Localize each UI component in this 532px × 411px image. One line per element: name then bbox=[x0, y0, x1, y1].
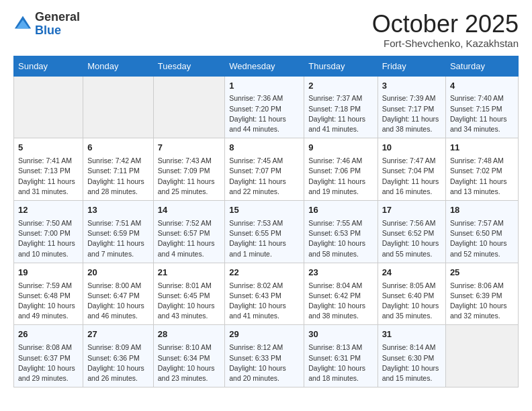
day-info: Sunrise: 8:02 AMSunset: 6:43 PMDaylight:… bbox=[229, 281, 300, 322]
day-info: Sunrise: 7:36 AMSunset: 7:20 PMDaylight:… bbox=[229, 93, 300, 134]
calendar-cell: 6Sunrise: 7:42 AMSunset: 7:11 PMDaylight… bbox=[83, 138, 154, 201]
day-number: 29 bbox=[229, 328, 300, 341]
calendar-cell: 14Sunrise: 7:52 AMSunset: 6:57 PMDayligh… bbox=[153, 201, 224, 263]
day-info: Sunrise: 7:56 AMSunset: 6:52 PMDaylight:… bbox=[382, 218, 441, 259]
logo: General Blue bbox=[13, 11, 80, 38]
day-number: 1 bbox=[229, 80, 300, 93]
calendar-cell: 19Sunrise: 7:59 AMSunset: 6:48 PMDayligh… bbox=[14, 263, 83, 325]
month-title: October 2025 bbox=[372, 11, 519, 38]
calendar-cell: 17Sunrise: 7:56 AMSunset: 6:52 PMDayligh… bbox=[378, 201, 445, 263]
day-number: 22 bbox=[229, 267, 300, 279]
day-info: Sunrise: 7:39 AMSunset: 7:17 PMDaylight:… bbox=[382, 93, 441, 134]
calendar-cell: 27Sunrise: 8:09 AMSunset: 6:36 PMDayligh… bbox=[83, 325, 154, 387]
day-number: 31 bbox=[382, 328, 441, 341]
day-info: Sunrise: 7:40 AMSunset: 7:15 PMDaylight:… bbox=[450, 93, 514, 134]
calendar-cell: 3Sunrise: 7:39 AMSunset: 7:17 PMDaylight… bbox=[378, 76, 445, 138]
calendar-cell bbox=[14, 76, 83, 138]
calendar-cell bbox=[83, 76, 154, 138]
col-header-saturday: Saturday bbox=[445, 56, 518, 76]
day-info: Sunrise: 8:00 AMSunset: 6:47 PMDaylight:… bbox=[87, 281, 149, 322]
calendar-header-row: SundayMondayTuesdayWednesdayThursdayFrid… bbox=[14, 56, 519, 76]
week-row-1: 1Sunrise: 7:36 AMSunset: 7:20 PMDaylight… bbox=[14, 76, 519, 138]
calendar-cell: 7Sunrise: 7:43 AMSunset: 7:09 PMDaylight… bbox=[153, 138, 224, 201]
calendar-cell: 4Sunrise: 7:40 AMSunset: 7:15 PMDaylight… bbox=[445, 76, 518, 138]
day-info: Sunrise: 7:43 AMSunset: 7:09 PMDaylight:… bbox=[158, 156, 220, 197]
calendar-cell: 31Sunrise: 8:14 AMSunset: 6:30 PMDayligh… bbox=[378, 325, 445, 387]
day-number: 10 bbox=[382, 142, 441, 154]
day-info: Sunrise: 8:14 AMSunset: 6:30 PMDaylight:… bbox=[382, 342, 441, 383]
day-info: Sunrise: 7:51 AMSunset: 6:59 PMDaylight:… bbox=[87, 218, 149, 259]
day-info: Sunrise: 8:09 AMSunset: 6:36 PMDaylight:… bbox=[87, 342, 149, 383]
title-block: October 2025 Fort-Shevchenko, Kazakhstan bbox=[372, 11, 519, 49]
col-header-friday: Friday bbox=[378, 56, 445, 76]
logo-blue-text: Blue bbox=[35, 24, 61, 37]
day-number: 20 bbox=[87, 267, 149, 279]
day-number: 9 bbox=[308, 142, 373, 154]
calendar-cell: 9Sunrise: 7:46 AMSunset: 7:06 PMDaylight… bbox=[304, 138, 378, 201]
week-row-3: 12Sunrise: 7:50 AMSunset: 7:00 PMDayligh… bbox=[14, 201, 519, 263]
day-number: 6 bbox=[87, 142, 149, 154]
day-info: Sunrise: 7:45 AMSunset: 7:07 PMDaylight:… bbox=[229, 156, 300, 197]
col-header-tuesday: Tuesday bbox=[153, 56, 224, 76]
logo-icon bbox=[13, 15, 32, 34]
day-info: Sunrise: 8:04 AMSunset: 6:42 PMDaylight:… bbox=[308, 281, 373, 322]
calendar-cell: 11Sunrise: 7:48 AMSunset: 7:02 PMDayligh… bbox=[445, 138, 518, 201]
calendar-cell: 23Sunrise: 8:04 AMSunset: 6:42 PMDayligh… bbox=[304, 263, 378, 325]
day-number: 5 bbox=[18, 142, 79, 154]
logo-general-text: General bbox=[35, 10, 80, 24]
day-info: Sunrise: 7:41 AMSunset: 7:13 PMDaylight:… bbox=[18, 156, 79, 197]
day-number: 2 bbox=[308, 80, 373, 93]
day-info: Sunrise: 7:42 AMSunset: 7:11 PMDaylight:… bbox=[87, 156, 149, 197]
day-number: 4 bbox=[450, 80, 514, 93]
day-number: 24 bbox=[382, 267, 441, 279]
day-info: Sunrise: 7:37 AMSunset: 7:18 PMDaylight:… bbox=[308, 93, 373, 134]
day-info: Sunrise: 8:05 AMSunset: 6:40 PMDaylight:… bbox=[382, 281, 441, 322]
calendar-cell: 15Sunrise: 7:53 AMSunset: 6:55 PMDayligh… bbox=[225, 201, 304, 263]
col-header-sunday: Sunday bbox=[14, 56, 83, 76]
week-row-4: 19Sunrise: 7:59 AMSunset: 6:48 PMDayligh… bbox=[14, 263, 519, 325]
day-info: Sunrise: 7:59 AMSunset: 6:48 PMDaylight:… bbox=[18, 281, 79, 322]
calendar-cell: 24Sunrise: 8:05 AMSunset: 6:40 PMDayligh… bbox=[378, 263, 445, 325]
calendar-cell: 5Sunrise: 7:41 AMSunset: 7:13 PMDaylight… bbox=[14, 138, 83, 201]
day-number: 3 bbox=[382, 80, 441, 93]
day-info: Sunrise: 7:57 AMSunset: 6:50 PMDaylight:… bbox=[450, 218, 514, 259]
day-number: 25 bbox=[450, 267, 514, 279]
day-info: Sunrise: 7:46 AMSunset: 7:06 PMDaylight:… bbox=[308, 156, 373, 197]
day-number: 19 bbox=[18, 267, 79, 279]
calendar-cell bbox=[153, 76, 224, 138]
day-info: Sunrise: 7:53 AMSunset: 6:55 PMDaylight:… bbox=[229, 218, 300, 259]
day-info: Sunrise: 8:06 AMSunset: 6:39 PMDaylight:… bbox=[450, 281, 514, 322]
day-number: 17 bbox=[382, 204, 441, 217]
calendar-cell: 13Sunrise: 7:51 AMSunset: 6:59 PMDayligh… bbox=[83, 201, 154, 263]
day-number: 15 bbox=[229, 204, 300, 217]
calendar-cell: 18Sunrise: 7:57 AMSunset: 6:50 PMDayligh… bbox=[445, 201, 518, 263]
day-info: Sunrise: 8:08 AMSunset: 6:37 PMDaylight:… bbox=[18, 342, 79, 383]
day-number: 12 bbox=[18, 204, 79, 217]
col-header-monday: Monday bbox=[83, 56, 154, 76]
day-number: 30 bbox=[308, 328, 373, 341]
calendar-cell: 10Sunrise: 7:47 AMSunset: 7:04 PMDayligh… bbox=[378, 138, 445, 201]
location-subtitle: Fort-Shevchenko, Kazakhstan bbox=[372, 38, 519, 49]
calendar-cell: 16Sunrise: 7:55 AMSunset: 6:53 PMDayligh… bbox=[304, 201, 378, 263]
day-info: Sunrise: 8:01 AMSunset: 6:45 PMDaylight:… bbox=[158, 281, 220, 322]
day-info: Sunrise: 7:47 AMSunset: 7:04 PMDaylight:… bbox=[382, 156, 441, 197]
day-info: Sunrise: 7:55 AMSunset: 6:53 PMDaylight:… bbox=[308, 218, 373, 259]
calendar-cell: 1Sunrise: 7:36 AMSunset: 7:20 PMDaylight… bbox=[225, 76, 304, 138]
calendar-cell: 2Sunrise: 7:37 AMSunset: 7:18 PMDaylight… bbox=[304, 76, 378, 138]
day-number: 28 bbox=[158, 328, 220, 341]
calendar-cell: 12Sunrise: 7:50 AMSunset: 7:00 PMDayligh… bbox=[14, 201, 83, 263]
day-info: Sunrise: 8:12 AMSunset: 6:33 PMDaylight:… bbox=[229, 342, 300, 383]
day-info: Sunrise: 7:50 AMSunset: 7:00 PMDaylight:… bbox=[18, 218, 79, 259]
day-number: 23 bbox=[308, 267, 373, 279]
calendar-cell: 25Sunrise: 8:06 AMSunset: 6:39 PMDayligh… bbox=[445, 263, 518, 325]
calendar-table: SundayMondayTuesdayWednesdayThursdayFrid… bbox=[13, 56, 519, 388]
calendar-cell bbox=[445, 325, 518, 387]
day-number: 11 bbox=[450, 142, 514, 154]
calendar-cell: 30Sunrise: 8:13 AMSunset: 6:31 PMDayligh… bbox=[304, 325, 378, 387]
calendar-cell: 22Sunrise: 8:02 AMSunset: 6:43 PMDayligh… bbox=[225, 263, 304, 325]
day-number: 8 bbox=[229, 142, 300, 154]
calendar-cell: 28Sunrise: 8:10 AMSunset: 6:34 PMDayligh… bbox=[153, 325, 224, 387]
week-row-2: 5Sunrise: 7:41 AMSunset: 7:13 PMDaylight… bbox=[14, 138, 519, 201]
col-header-thursday: Thursday bbox=[304, 56, 378, 76]
page-header: General Blue October 2025 Fort-Shevchenk… bbox=[13, 11, 519, 49]
